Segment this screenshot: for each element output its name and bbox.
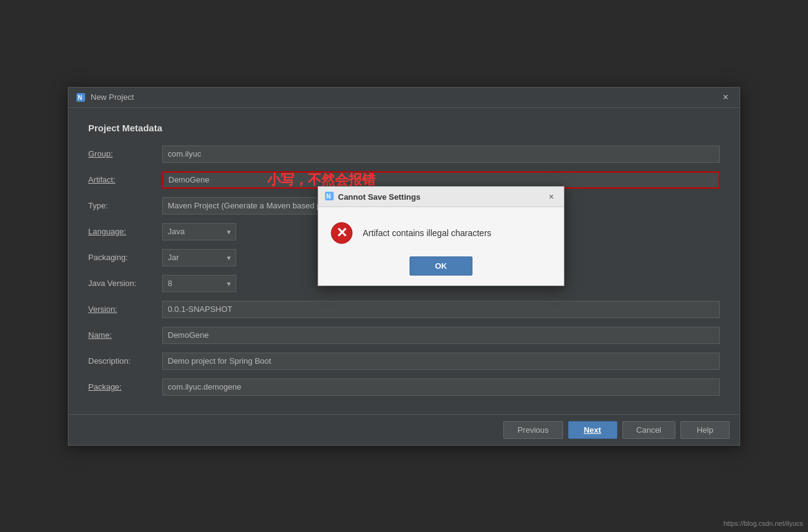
svg-text:N: N (78, 94, 82, 101)
modal-title-left: N Cannot Save Settings (324, 191, 421, 203)
new-project-window: N New Project × Project Metadata Group: … (68, 87, 740, 446)
error-icon: ✕ (331, 222, 353, 244)
version-label: Version: (88, 305, 162, 314)
svg-text:✕: ✕ (336, 225, 347, 240)
description-row: Description: (88, 353, 720, 370)
app-icon: N (76, 92, 86, 102)
svg-text:N: N (326, 193, 331, 200)
name-input[interactable] (162, 327, 720, 344)
modal-footer: OK (318, 256, 564, 285)
type-label: Type: (88, 201, 162, 210)
cancel-button[interactable]: Cancel (622, 421, 675, 439)
description-label: Description: (88, 356, 162, 366)
packaging-select[interactable]: Jar (163, 250, 236, 266)
modal-message: Artifact contains illegal characters (363, 228, 492, 238)
modal-close-button[interactable]: × (545, 190, 558, 203)
package-row: Package: (88, 379, 720, 396)
name-label: Name: (88, 330, 162, 340)
name-row: Name: (88, 327, 720, 344)
packaging-label: Packaging: (88, 253, 162, 262)
language-select[interactable]: Java (163, 224, 236, 240)
modal-title-bar: N Cannot Save Settings × (318, 187, 564, 207)
language-select-wrapper[interactable]: Java ▼ (162, 223, 236, 240)
java-version-select-wrapper[interactable]: 8 ▼ (162, 275, 236, 292)
language-label: Language: (88, 227, 162, 236)
package-input[interactable] (162, 379, 720, 396)
modal-app-icon: N (324, 191, 334, 203)
package-label: Package: (88, 382, 162, 391)
cannot-save-dialog: N Cannot Save Settings × ✕ (318, 186, 564, 286)
version-row: Version: (88, 301, 720, 318)
group-row: Group: (88, 145, 720, 163)
window-close-button[interactable]: × (719, 91, 732, 104)
main-content: Project Metadata Group: Artifact: 小写，不然会… (68, 108, 740, 414)
previous-button[interactable]: Previous (503, 421, 563, 439)
packaging-select-wrapper[interactable]: Jar ▼ (162, 249, 236, 266)
java-version-select[interactable]: 8 (163, 276, 236, 292)
modal-ok-button[interactable]: OK (410, 256, 472, 276)
dialog-footer: Previous Next Cancel Help (68, 414, 740, 445)
title-bar-left: N New Project (76, 92, 134, 102)
modal-title: Cannot Save Settings (338, 192, 421, 202)
window-title: New Project (91, 92, 134, 102)
watermark: https://blog.csdn.net/ilyucs (723, 520, 803, 527)
group-label: Group: (88, 149, 162, 158)
artifact-label: Artifact: (88, 175, 162, 184)
help-button[interactable]: Help (680, 421, 730, 439)
modal-body: ✕ Artifact contains illegal characters (318, 207, 564, 256)
java-version-label: Java Version: (88, 279, 162, 288)
version-input[interactable] (162, 301, 720, 318)
title-bar: N New Project × (68, 88, 740, 108)
next-button[interactable]: Next (568, 421, 617, 439)
group-input[interactable] (162, 145, 720, 163)
section-title: Project Metadata (88, 123, 720, 133)
description-input[interactable] (162, 353, 720, 370)
